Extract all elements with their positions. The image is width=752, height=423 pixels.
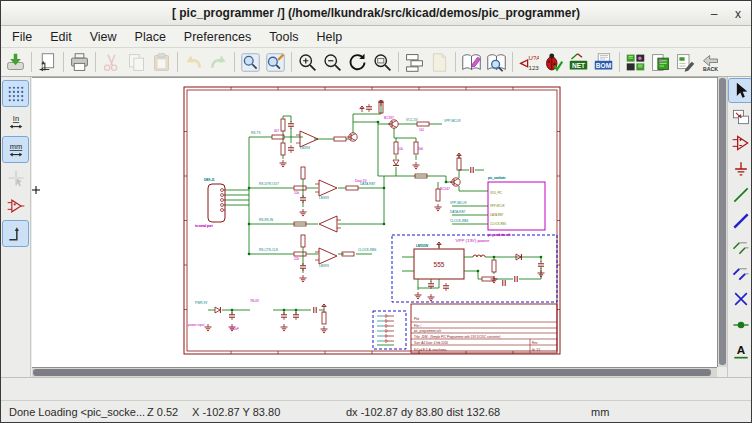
copy-icon	[126, 52, 147, 73]
undo-icon	[183, 52, 204, 73]
place-wire-button[interactable]	[729, 183, 752, 206]
find-replace-button[interactable]	[263, 50, 288, 75]
wire-bus-entry-button[interactable]	[729, 235, 752, 258]
menu-help[interactable]: Help	[307, 28, 351, 46]
svg-text:RS-CTS-CLK: RS-CTS-CLK	[259, 248, 279, 252]
annotate-icon: U?A123	[518, 52, 539, 73]
schematic-drawing: VPP (13V) powerpic_socketspic_sockets.sc…	[32, 78, 717, 368]
place-junction-button[interactable]	[729, 313, 752, 336]
menu-view[interactable]: View	[81, 28, 126, 46]
redraw-button[interactable]	[345, 50, 370, 75]
grid-button[interactable]	[3, 81, 28, 106]
undo-button[interactable]	[181, 50, 206, 75]
hierarchy-sheet-icon	[731, 107, 751, 127]
right-toolbar: A	[727, 77, 752, 377]
netlist-button[interactable]: NET	[566, 50, 591, 75]
hierarchy-sheet-button[interactable]	[729, 105, 752, 128]
place-bus-button[interactable]	[729, 209, 752, 232]
menu-bar: FileEditViewPlacePreferencesToolsHelp	[1, 26, 751, 48]
print-button[interactable]	[67, 50, 92, 75]
place-power-button[interactable]	[729, 157, 752, 180]
find-replace-icon	[265, 52, 286, 73]
svg-text:Id: 1/1: Id: 1/1	[532, 348, 541, 352]
hierarchy-icon	[404, 52, 425, 73]
left-toolbar: Inmm	[1, 77, 31, 377]
pcbnew-icon	[650, 52, 671, 73]
page-settings-button[interactable]	[35, 50, 60, 75]
unit-mm-button[interactable]: mm	[3, 137, 28, 162]
svg-text:PWR-9V: PWR-9V	[195, 301, 208, 305]
footprint-editor-button[interactable]	[673, 50, 698, 75]
place-wire-icon	[731, 185, 751, 205]
menu-preferences[interactable]: Preferences	[175, 28, 260, 46]
copy-button[interactable]	[124, 50, 149, 75]
vertical-scrollbar-thumb[interactable]	[719, 78, 726, 365]
back-annotate-button[interactable]: BACK	[698, 50, 723, 75]
cut-icon	[101, 52, 122, 73]
bom-button[interactable]: BOM	[591, 50, 616, 75]
svg-text:RS-TX: RS-TX	[251, 131, 261, 135]
svg-text:CLOCK-RB6: CLOCK-RB6	[450, 219, 468, 223]
library-editor-icon	[461, 52, 482, 73]
zoom-in-icon	[297, 52, 318, 73]
svg-text:Rev:: Rev:	[532, 341, 538, 345]
svg-text:RS-DTR-OUT: RS-DTR-OUT	[259, 182, 279, 186]
minimize-button[interactable]: –	[707, 7, 721, 21]
zoom-in-button[interactable]	[295, 50, 320, 75]
svg-text:CLOCK-RB6: CLOCK-RB6	[490, 222, 506, 226]
no-connect-button[interactable]	[729, 287, 752, 310]
menu-tools[interactable]: Tools	[260, 28, 307, 46]
svg-text:10k: 10k	[398, 147, 404, 151]
toolbar-separator	[234, 52, 235, 72]
title-bar: [ pic_programmer /] (/home/lkundrak/src/…	[1, 1, 751, 26]
place-component-button[interactable]	[729, 131, 752, 154]
library-browser-button[interactable]	[484, 50, 509, 75]
toolbar-separator	[31, 52, 32, 72]
toolbar-separator	[455, 52, 456, 72]
svg-text:LM555N: LM555N	[416, 244, 429, 248]
close-button[interactable]: x	[731, 7, 745, 21]
vertical-scrollbar[interactable]	[717, 77, 727, 367]
bus-bus-entry-button[interactable]	[729, 261, 752, 284]
svg-text:KiCad E.D.A. eeschema: KiCad E.D.A. eeschema	[414, 348, 447, 352]
zoom-out-button[interactable]	[320, 50, 345, 75]
place-label-button[interactable]: A	[729, 339, 752, 362]
cvpcb-button[interactable]	[623, 50, 648, 75]
cut-button[interactable]	[99, 50, 124, 75]
hv-orientation-icon	[6, 224, 26, 244]
save-button[interactable]	[3, 50, 28, 75]
horizontal-scrollbar[interactable]	[32, 367, 717, 377]
hidden-pins-button[interactable]	[3, 193, 28, 218]
erc-button[interactable]	[541, 50, 566, 75]
redo-button[interactable]	[206, 50, 231, 75]
hierarchy-button[interactable]	[402, 50, 427, 75]
find-button[interactable]	[238, 50, 263, 75]
svg-text:pic_sockets.sch: pic_sockets.sch	[488, 233, 511, 237]
svg-text:123: 123	[529, 64, 540, 71]
menu-place[interactable]: Place	[126, 28, 175, 46]
library-browser-icon	[486, 52, 507, 73]
cursor-shape-button[interactable]	[3, 165, 28, 190]
leave-sheet-button[interactable]	[427, 50, 452, 75]
svg-text:BC337: BC337	[384, 116, 394, 120]
svg-text:LM393: LM393	[300, 146, 310, 150]
svg-text:NET: NET	[572, 61, 585, 68]
unit-inch-button[interactable]: In	[3, 109, 28, 134]
cursor-button[interactable]	[729, 79, 752, 102]
paste-button[interactable]	[149, 50, 174, 75]
no-connect-icon	[731, 289, 751, 309]
toolbar-separator	[177, 52, 178, 72]
menu-edit[interactable]: Edit	[41, 28, 81, 46]
library-editor-button[interactable]	[459, 50, 484, 75]
horizontal-scrollbar-thumb[interactable]	[33, 369, 711, 376]
hv-orientation-button[interactable]	[3, 221, 28, 246]
zoom-fit-button[interactable]	[370, 50, 395, 75]
svg-text:VDD_PIC: VDD_PIC	[490, 191, 502, 195]
unit-mm-icon: mm	[6, 140, 26, 160]
menu-file[interactable]: File	[3, 28, 41, 46]
svg-text:Dout-5V: Dout-5V	[355, 179, 368, 183]
annotate-button[interactable]: U?A123	[516, 50, 541, 75]
pcbnew-button[interactable]	[648, 50, 673, 75]
schematic-canvas[interactable]: VPP (13V) powerpic_socketspic_sockets.sc…	[32, 77, 717, 367]
svg-text:mm: mm	[9, 142, 22, 151]
